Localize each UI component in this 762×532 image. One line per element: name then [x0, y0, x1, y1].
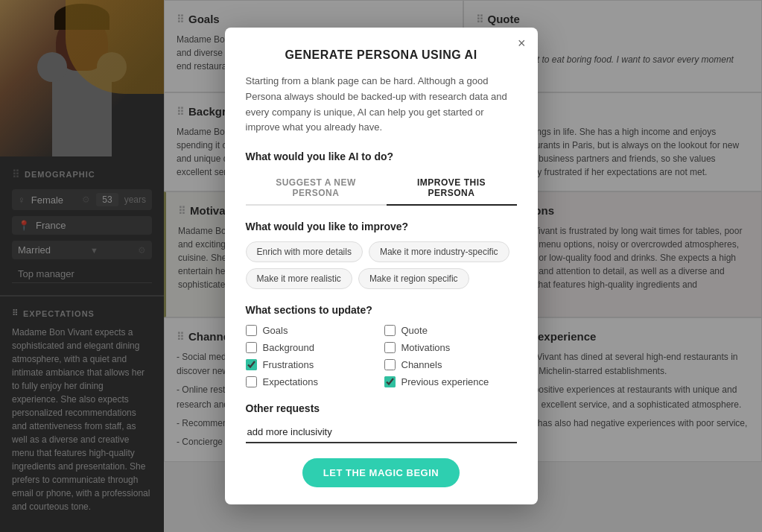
- ai-modal: × GENERATE PERSONA USING AI Starting fro…: [225, 28, 538, 504]
- modal-overlay: × GENERATE PERSONA USING AI Starting fro…: [0, 0, 762, 532]
- tab-row: SUGGEST A NEW PERSONA IMPROVE THIS PERSO…: [246, 171, 517, 206]
- sections-grid: Goals Background Frustrations Expectatio…: [246, 325, 517, 387]
- modal-title: GENERATE PERSONA USING AI: [246, 48, 517, 62]
- checkbox-frustrations: Frustrations: [246, 359, 378, 370]
- checkbox-quote-input[interactable]: [384, 325, 396, 336]
- checkbox-quote: Quote: [384, 325, 517, 336]
- checkbox-previous-input[interactable]: [384, 376, 396, 387]
- checkbox-channels-input[interactable]: [384, 359, 396, 370]
- modal-description: Starting from a blank page can be hard. …: [246, 74, 517, 136]
- checkbox-goals-input[interactable]: [246, 325, 257, 336]
- sections-left: Goals Background Frustrations Expectatio…: [246, 325, 378, 387]
- sections-label: What sections to update?: [246, 304, 517, 316]
- chip-region[interactable]: Make it region specific: [358, 268, 469, 289]
- checkbox-previous: Previous experience: [384, 376, 517, 387]
- checkbox-expectations: Expectations: [246, 376, 378, 387]
- tab-improve[interactable]: IMPROVE THIS PERSONA: [387, 171, 517, 206]
- checkbox-motivations: Motivations: [384, 342, 517, 353]
- tab-suggest[interactable]: SUGGEST A NEW PERSONA: [246, 171, 387, 206]
- chip-enrich[interactable]: Enrich with more details: [246, 241, 363, 262]
- checkbox-motivations-input[interactable]: [384, 342, 396, 353]
- other-requests-input[interactable]: [246, 422, 517, 443]
- sections-right: Quote Motivations Channels Previous expe…: [384, 325, 517, 387]
- checkbox-goals: Goals: [246, 325, 378, 336]
- checkbox-channels: Channels: [384, 359, 517, 370]
- chip-realistic[interactable]: Make it more realistic: [246, 268, 352, 289]
- magic-button[interactable]: LET THE MAGIC BEGIN: [302, 458, 460, 487]
- checkbox-expectations-input[interactable]: [246, 376, 257, 387]
- close-button[interactable]: ×: [518, 37, 526, 50]
- chip-industry[interactable]: Make it more industry-specific: [369, 241, 509, 262]
- checkbox-frustrations-input[interactable]: [246, 359, 257, 370]
- improve-options: Enrich with more details Make it more in…: [246, 241, 517, 289]
- other-requests-label: Other requests: [246, 402, 517, 414]
- checkbox-background: Background: [246, 342, 378, 353]
- checkbox-background-input[interactable]: [246, 342, 257, 353]
- what-improve-label: What would you like to improve?: [246, 221, 517, 232]
- what-ai-do-label: What would you like AI to do?: [246, 151, 517, 162]
